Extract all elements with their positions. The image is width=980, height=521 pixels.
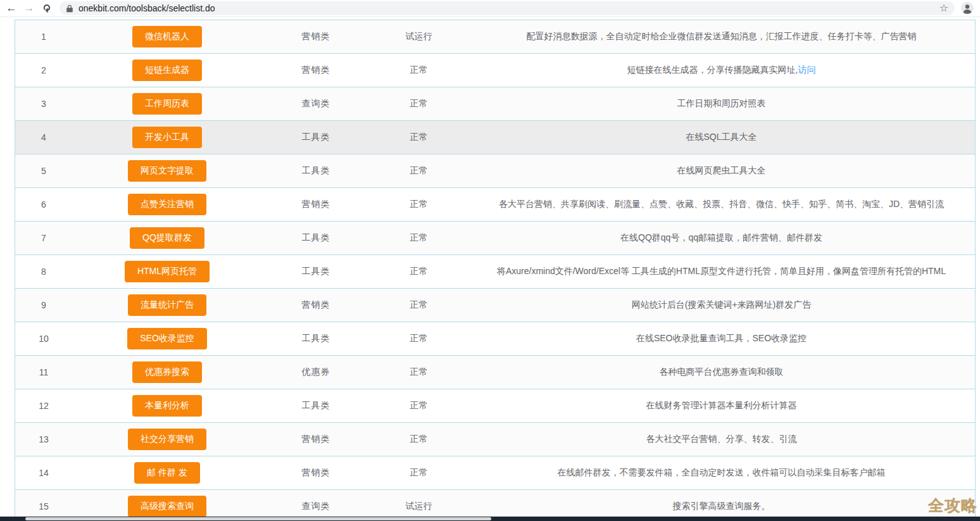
lock-icon — [66, 4, 73, 13]
description-cell: 各大平台营销、共享刷阅读、刷流量、点赞、收藏、投票、抖音、微信、快手、知乎、简书… — [468, 199, 975, 210]
url-text: onekbit.com/toolsback/selectlist.do — [79, 3, 939, 13]
tool-button[interactable]: 开发小工具 — [132, 127, 202, 148]
table-row: 2 短链生成器 营销类 正常 短链接在线生成器，分享传播隐藏真实网址,访问 — [15, 54, 975, 87]
description-text: 配置好消息数据源，全自动定时给企业微信群发送通知消息，汇报工作进度、任务打卡等、… — [527, 31, 917, 41]
horizontal-scrollbar-thumb[interactable] — [25, 517, 491, 520]
horizontal-scrollbar-track — [0, 517, 980, 521]
description-cell: 各大社交平台营销、分享、转发、引流 — [468, 434, 975, 445]
category-cell: 营销类 — [262, 467, 370, 479]
tool-button-cell: 网页文字提取 — [72, 160, 262, 182]
tool-button[interactable]: 流量统计广告 — [128, 294, 206, 316]
table-row: 4 开发小工具 工具类 正常 在线SQL工具大全 — [15, 121, 975, 154]
tool-button[interactable]: 邮 件群 发 — [134, 462, 200, 484]
address-bar[interactable]: onekbit.com/toolsback/selectlist.do ☆ — [60, 1, 955, 15]
status-cell: 试运行 — [370, 31, 468, 42]
description-text: 在线QQ群qq号，qq邮箱提取，邮件营销、邮件群发 — [620, 232, 822, 242]
description-cell: 各种电商平台优惠券查询和领取 — [468, 367, 975, 378]
row-number: 4 — [15, 132, 72, 142]
tool-button-cell: QQ提取群发 — [72, 227, 262, 249]
tool-button[interactable]: QQ提取群发 — [130, 227, 204, 249]
profile-avatar[interactable] — [960, 1, 975, 16]
bookmark-star-icon[interactable]: ☆ — [939, 3, 948, 13]
category-cell: 工具类 — [262, 132, 370, 143]
row-number: 3 — [15, 99, 72, 109]
status-cell: 正常 — [370, 98, 468, 110]
tool-button-cell: 短链生成器 — [72, 60, 262, 81]
description-text: 各种电商平台优惠券查询和领取 — [660, 367, 784, 377]
description-text: 将Axure/xmind文件/Word/Excel等 工具生成的HTML原型文件… — [497, 266, 946, 276]
status-cell: 正常 — [370, 467, 468, 479]
description-cell: 将Axure/xmind文件/Word/Excel等 工具生成的HTML原型文件… — [468, 266, 975, 277]
tool-button[interactable]: 网页文字提取 — [128, 160, 206, 182]
reload-icon: ⟳ — [41, 4, 53, 12]
row-number: 11 — [15, 367, 72, 377]
row-number: 10 — [15, 334, 72, 344]
tool-button[interactable]: HTML网页托管 — [125, 261, 210, 282]
tools-table: 1 微信机器人 营销类 试运行 配置好消息数据源，全自动定时给企业微信群发送通知… — [15, 20, 976, 521]
table-row: 12 本量利分析 工具类 正常 在线财务管理计算器本量利分析计算器 — [15, 389, 975, 423]
category-cell: 优惠券 — [262, 367, 370, 378]
tool-button[interactable]: 短链生成器 — [132, 60, 202, 81]
table-row: 11 优惠券搜索 优惠券 正常 各种电商平台优惠券查询和领取 — [15, 356, 975, 389]
row-number: 5 — [15, 166, 72, 176]
reload-button[interactable]: ⟳ — [38, 1, 56, 16]
table-row: 5 网页文字提取 工具类 正常 在线网页爬虫工具大全 — [15, 154, 975, 188]
status-cell: 正常 — [370, 266, 468, 277]
tool-button[interactable]: 微信机器人 — [132, 26, 202, 47]
description-cell: 网站统计后台(搜索关键词+来路网址)群发广告 — [468, 299, 975, 311]
tool-button[interactable]: SEO收录监控 — [127, 328, 207, 349]
table-row: 1 微信机器人 营销类 试运行 配置好消息数据源，全自动定时给企业微信群发送通知… — [15, 20, 975, 54]
tool-button[interactable]: 高级搜索查询 — [128, 496, 206, 517]
avatar-icon — [960, 1, 974, 15]
tool-button[interactable]: 本量利分析 — [132, 395, 202, 417]
description-cell: 在线邮件群发，不需要发件箱，全自动定时发送，收件箱可以自动采集目标客户邮箱 — [468, 467, 975, 479]
row-number: 9 — [15, 300, 72, 310]
status-cell: 正常 — [370, 65, 468, 76]
row-number: 1 — [15, 32, 72, 42]
forward-icon: → — [24, 2, 35, 15]
tool-button-cell: 微信机器人 — [72, 26, 262, 47]
tool-button[interactable]: 社交分享营销 — [128, 429, 206, 450]
tool-button[interactable]: 点赞关注营销 — [128, 194, 206, 215]
category-cell: 工具类 — [262, 266, 370, 277]
browser-toolbar: ← → ⟳ onekbit.com/toolsback/selectlist.d… — [0, 0, 980, 17]
category-cell: 工具类 — [262, 165, 370, 177]
description-text: 在线邮件群发，不需要发件箱，全自动定时发送，收件箱可以自动采集目标客户邮箱 — [558, 467, 886, 477]
description-cell: 在线SEO收录批量查询工具，SEO收录监控 — [468, 333, 975, 344]
status-cell: 正常 — [370, 132, 468, 143]
tool-button-cell: 优惠券搜索 — [72, 361, 262, 383]
description-text: 工作日期和周历对照表 — [677, 98, 766, 108]
description-text: 网站统计后台(搜索关键词+来路网址)群发广告 — [632, 299, 812, 310]
description-cell: 在线网页爬虫工具大全 — [468, 165, 975, 177]
back-icon: ← — [6, 2, 17, 15]
row-number: 12 — [15, 401, 72, 411]
description-text: 在线SEO收录批量查询工具，SEO收录监控 — [636, 333, 807, 343]
status-cell: 正常 — [370, 400, 468, 411]
status-cell: 正常 — [370, 299, 468, 311]
tool-button-cell: 邮 件群 发 — [72, 462, 262, 484]
row-number: 13 — [15, 434, 72, 444]
category-cell: 查询类 — [262, 98, 370, 110]
tool-button-cell: 流量统计广告 — [72, 294, 262, 316]
description-cell: 短链接在线生成器，分享传播隐藏真实网址,访问 — [468, 65, 975, 76]
table-row: 9 流量统计广告 营销类 正常 网站统计后台(搜索关键词+来路网址)群发广告 — [15, 289, 975, 322]
category-cell: 工具类 — [262, 400, 370, 411]
tool-button-cell: HTML网页托管 — [72, 261, 262, 282]
row-number: 6 — [15, 199, 72, 210]
back-button[interactable]: ← — [3, 1, 20, 16]
description-text: 各大社交平台营销、分享、转发、引流 — [646, 434, 797, 444]
tool-button-cell: 本量利分析 — [72, 395, 262, 417]
table-row: 13 社交分享营销 营销类 正常 各大社交平台营销、分享、转发、引流 — [15, 423, 975, 456]
visit-link[interactable]: 访问 — [798, 65, 815, 75]
row-number: 15 — [15, 501, 72, 512]
tool-button[interactable]: 工作周历表 — [132, 93, 202, 115]
category-cell: 营销类 — [262, 31, 370, 42]
category-cell: 营销类 — [262, 434, 370, 445]
description-text: 搜索引擎高级查询服务。 — [673, 501, 770, 511]
description-text: 各大平台营销、共享刷阅读、刷流量、点赞、收藏、投票、抖音、微信、快手、知乎、简书… — [499, 199, 944, 209]
tool-button[interactable]: 优惠券搜索 — [132, 361, 202, 383]
forward-button[interactable]: → — [20, 1, 38, 16]
watermark-text: 全攻略 — [928, 495, 977, 516]
description-text: 在线SQL工具大全 — [686, 132, 757, 142]
description-text: 短链接在线生成器，分享传播隐藏真实网址, — [627, 65, 798, 75]
